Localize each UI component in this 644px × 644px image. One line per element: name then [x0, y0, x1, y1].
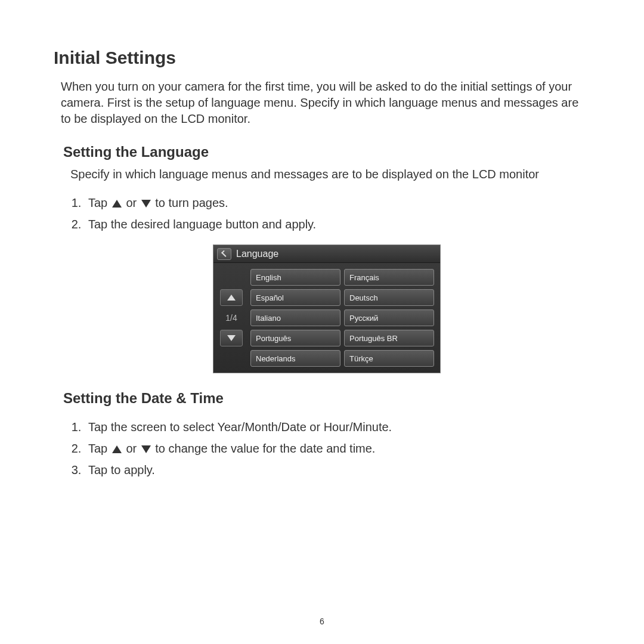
page-indicator: 1/4	[225, 313, 237, 323]
up-arrow-icon	[112, 445, 122, 453]
language-option[interactable]: Русский	[344, 309, 434, 326]
screenshot-body: 1/4 English Français Español Deutsch Ita…	[213, 263, 440, 373]
datetime-steps: Tap the screen to select Year/Month/Date…	[85, 419, 590, 478]
language-option[interactable]: Türkçe	[344, 350, 434, 367]
screenshot-container: Language 1/4 English Français Español D	[63, 244, 590, 373]
up-arrow-icon	[112, 200, 122, 208]
language-option[interactable]: Deutsch	[344, 289, 434, 306]
language-option[interactable]: Español	[250, 289, 340, 306]
list-item: Tap or to change the value for the date …	[85, 440, 590, 457]
page-number: 6	[320, 617, 324, 626]
intro-paragraph: When you turn on your camera for the fir…	[61, 79, 590, 127]
down-arrow-icon	[141, 445, 151, 453]
heading-datetime: Setting the Date & Time	[63, 390, 590, 407]
step-text: Tap	[88, 442, 111, 455]
step-text: or	[126, 196, 140, 209]
language-desc: Specify in which language menus and mess…	[70, 166, 590, 182]
language-option[interactable]: Português BR	[344, 330, 434, 346]
step-text: or	[126, 442, 140, 455]
language-grid: English Français Español Deutsch Italian…	[250, 269, 434, 367]
down-arrow-icon	[227, 335, 236, 341]
language-option[interactable]: Português	[250, 330, 340, 346]
language-option[interactable]: Français	[344, 269, 434, 286]
page-up-button[interactable]	[220, 289, 243, 306]
page-title: Initial Settings	[54, 48, 590, 68]
up-arrow-icon	[227, 295, 236, 301]
language-screenshot: Language 1/4 English Français Español D	[213, 244, 441, 373]
language-option[interactable]: English	[250, 269, 340, 286]
language-option[interactable]: Italiano	[250, 309, 340, 326]
screenshot-header: Language	[213, 245, 440, 263]
language-steps: Tap or to turn pages. Tap the desired la…	[85, 194, 590, 233]
list-item: Tap the desired language button and appl…	[85, 216, 590, 233]
list-item: Tap or to turn pages.	[85, 194, 590, 211]
step-text: Tap	[88, 196, 111, 209]
heading-language: Setting the Language	[63, 144, 590, 160]
list-item: Tap to apply.	[85, 462, 590, 478]
step-text: to change the value for the date and tim…	[155, 442, 375, 455]
step-text: to turn pages.	[155, 196, 228, 209]
list-item: Tap the screen to select Year/Month/Date…	[85, 419, 590, 435]
down-arrow-icon	[141, 200, 151, 208]
screenshot-nav: 1/4	[217, 269, 246, 367]
screenshot-title: Language	[236, 249, 278, 259]
page-down-button[interactable]	[220, 330, 243, 346]
back-arrow-icon	[221, 250, 228, 256]
language-option[interactable]: Nederlands	[250, 350, 340, 367]
back-button[interactable]	[217, 248, 231, 260]
